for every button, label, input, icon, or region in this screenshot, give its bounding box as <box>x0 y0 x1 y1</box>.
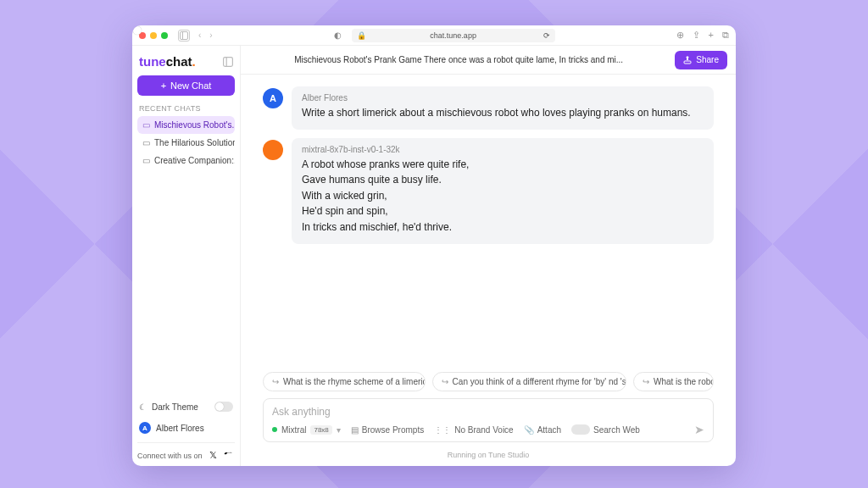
svg-rect-4 <box>684 61 691 64</box>
footer-note: Running on Tune Studio <box>241 447 736 466</box>
message-author: Alber Flores <box>302 93 704 103</box>
collapse-sidebar-icon[interactable] <box>223 57 233 67</box>
share-button[interactable]: Share <box>675 51 727 69</box>
new-chat-label: New Chat <box>170 80 211 91</box>
message-body: A robot whose pranks were quite rife, Ga… <box>302 157 704 236</box>
topbar: Mischievous Robot's Prank Game There onc… <box>241 46 736 75</box>
sidebar-chat-label: Mischievous Robot's... <box>154 120 235 130</box>
discord-icon[interactable] <box>224 452 234 460</box>
sidebar: tunechat. + New Chat RECENT CHATS ▭ Misc… <box>132 46 241 466</box>
message-bubble: mixtral-8x7b-inst-v0-1-32k A robot whose… <box>292 138 714 244</box>
prompt-input[interactable] <box>272 404 704 419</box>
message-author: mixtral-8x7b-inst-v0-1-32k <box>302 145 704 154</box>
suggestion-text: Can you think of a different rhyme for '… <box>453 377 626 386</box>
conversation-title: Mischievous Robot's Prank Game There onc… <box>249 55 668 64</box>
reader-icon[interactable]: ◐ <box>334 30 342 40</box>
status-dot-icon <box>272 427 277 432</box>
dark-theme-toggle[interactable] <box>214 402 233 412</box>
brand-voice-button[interactable]: ⋮⋮ No Brand Voice <box>434 425 514 435</box>
user-avatar: A <box>139 422 151 434</box>
lock-icon: 🔒 <box>357 31 366 40</box>
message-bubble: Alber Flores Write a short limerick abou… <box>292 86 714 130</box>
avatar: A <box>263 88 283 108</box>
svg-rect-0 <box>181 31 188 39</box>
share-label: Share <box>696 55 719 64</box>
plus-icon: + <box>161 80 166 91</box>
suggestion-chip[interactable]: ↪Can you think of a different rhyme for … <box>432 372 626 391</box>
sidebar-chat-item[interactable]: ▭ The Hilarious Solution... <box>137 134 235 152</box>
send-button[interactable]: ➤ <box>694 423 704 436</box>
window-controls[interactable] <box>139 32 168 39</box>
attach-label: Attach <box>537 425 561 435</box>
user-row[interactable]: A Albert Flores <box>137 417 235 439</box>
app: tunechat. + New Chat RECENT CHATS ▭ Misc… <box>132 46 736 466</box>
dark-theme-row: ☾ Dark Theme <box>137 396 235 417</box>
maximize-window-icon[interactable] <box>161 32 168 39</box>
sidebar-toggle-icon[interactable] <box>178 30 190 42</box>
x-icon[interactable]: 𝕏 <box>209 450 217 461</box>
logo-dot: . <box>192 54 196 69</box>
message-body: Write a short limerick about a mischievo… <box>302 105 704 121</box>
search-web-label: Search Web <box>593 425 640 435</box>
dark-theme-label: Dark Theme <box>152 402 198 412</box>
browse-prompts-button[interactable]: ▤ Browse Prompts <box>351 425 424 435</box>
message-assistant: mixtral-8x7b-inst-v0-1-32k A robot whose… <box>263 138 714 244</box>
new-tab-icon[interactable]: + <box>709 30 714 41</box>
message-user: A Alber Flores Write a short limerick ab… <box>263 86 714 130</box>
suggestion-row: ↪What is the rhyme scheme of a limerick?… <box>241 372 736 398</box>
address-bar[interactable]: 🔒 chat.tune.app ⟳ <box>352 29 555 42</box>
reload-icon[interactable]: ⟳ <box>543 31 550 40</box>
browse-prompts-label: Browse Prompts <box>362 425 424 435</box>
upload-icon <box>683 56 692 64</box>
url-text: chat.tune.app <box>430 31 476 40</box>
reply-arrow-icon: ↪ <box>643 377 649 386</box>
tabs-icon[interactable]: ⧉ <box>722 30 729 41</box>
chat-icon: ▭ <box>142 156 150 165</box>
search-web-button[interactable]: Search Web <box>571 424 640 435</box>
back-icon[interactable]: ‹ <box>198 30 201 40</box>
recent-chats-label: RECENT CHATS <box>139 104 233 113</box>
model-badge: 78x8 <box>310 425 331 435</box>
connect-label: Connect with us on <box>137 452 203 460</box>
avatar <box>263 140 283 160</box>
brand-voice-label: No Brand Voice <box>454 425 514 435</box>
paperclip-icon: 📎 <box>524 425 534 435</box>
model-selector[interactable]: Mixtral 78x8 ▾ <box>272 425 341 435</box>
prompts-icon: ▤ <box>351 425 359 435</box>
sidebar-chat-label: Creative Companion:... <box>154 156 235 165</box>
logo[interactable]: tunechat. <box>137 53 235 75</box>
composer: Mixtral 78x8 ▾ ▤ Browse Prompts ⋮⋮ No Br… <box>263 398 714 442</box>
user-name: Albert Flores <box>156 424 204 433</box>
search-web-toggle[interactable] <box>571 424 590 435</box>
suggestion-text: What is the robot <box>654 377 714 386</box>
voice-icon: ⋮⋮ <box>434 425 451 435</box>
download-icon[interactable]: ⊕ <box>676 30 684 41</box>
browser-titlebar: ‹ › ◐ 🔒 chat.tune.app ⟳ ⊕ ⇪ + ⧉ <box>132 25 736 46</box>
minimize-window-icon[interactable] <box>150 32 157 39</box>
moon-icon: ☾ <box>139 402 147 412</box>
suggestion-chip[interactable]: ↪What is the robot <box>633 372 714 391</box>
share-icon[interactable]: ⇪ <box>693 30 700 41</box>
model-name: Mixtral <box>281 425 306 435</box>
reply-arrow-icon: ↪ <box>442 377 448 386</box>
suggestion-text: What is the rhyme scheme of a limerick? <box>283 377 426 386</box>
connect-row: Connect with us on 𝕏 <box>137 442 235 461</box>
browser-window: ‹ › ◐ 🔒 chat.tune.app ⟳ ⊕ ⇪ + ⧉ tunechat… <box>132 25 736 466</box>
chevron-down-icon: ▾ <box>337 425 341 435</box>
main-panel: Mischievous Robot's Prank Game There onc… <box>241 46 736 466</box>
message-thread: A Alber Flores Write a short limerick ab… <box>241 75 736 372</box>
chat-icon: ▭ <box>142 120 150 130</box>
nav-arrows: ‹ › <box>198 30 213 40</box>
attach-button[interactable]: 📎 Attach <box>524 425 561 435</box>
logo-part2: chat <box>166 54 192 69</box>
sidebar-chat-label: The Hilarious Solution... <box>154 138 235 147</box>
chat-icon: ▭ <box>142 138 150 147</box>
svg-rect-2 <box>224 57 233 66</box>
logo-part1: tune <box>139 54 166 69</box>
sidebar-chat-item[interactable]: ▭ Mischievous Robot's... <box>137 116 235 134</box>
reply-arrow-icon: ↪ <box>272 377 279 386</box>
new-chat-button[interactable]: + New Chat <box>137 75 235 96</box>
suggestion-chip[interactable]: ↪What is the rhyme scheme of a limerick? <box>263 372 426 391</box>
sidebar-chat-item[interactable]: ▭ Creative Companion:... <box>137 152 235 169</box>
forward-icon[interactable]: › <box>209 30 212 40</box>
